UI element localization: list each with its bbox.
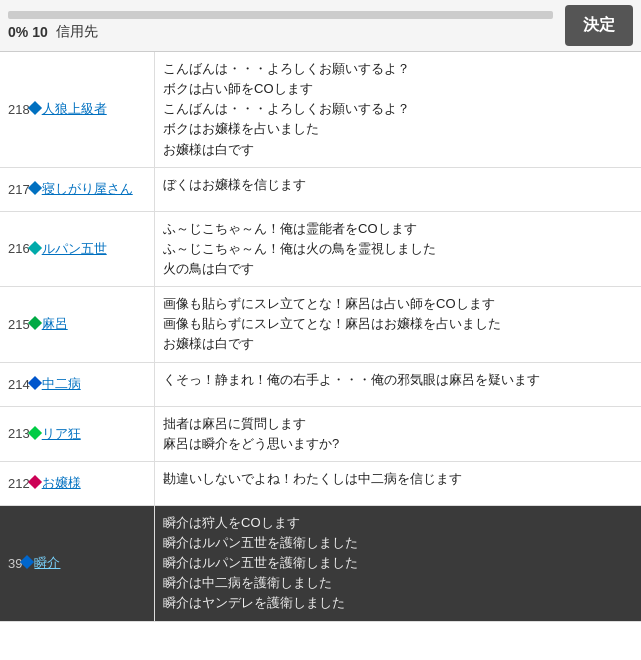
diamond-icon bbox=[28, 475, 42, 489]
name-cell: 39瞬介 bbox=[0, 506, 155, 621]
name-cell: 214中二病 bbox=[0, 363, 155, 406]
row-id: 217 bbox=[8, 182, 30, 197]
diamond-icon bbox=[28, 376, 42, 390]
message-content: くそっ！静まれ！俺の右手よ・・・俺の邪気眼は麻呂を疑います bbox=[155, 363, 641, 406]
player-name-link[interactable]: ルパン五世 bbox=[42, 240, 107, 258]
decide-button[interactable]: 決定 bbox=[565, 5, 633, 46]
player-name-link[interactable]: 人狼上級者 bbox=[42, 100, 107, 118]
player-name-link[interactable]: 寝しがり屋さん bbox=[42, 180, 133, 198]
message-content: 拙者は麻呂に質問します 麻呂は瞬介をどう思いますか? bbox=[155, 407, 641, 461]
table-row: 214中二病くそっ！静まれ！俺の右手よ・・・俺の邪気眼は麻呂を疑います bbox=[0, 363, 641, 407]
rows-container: 218人狼上級者こんばんは・・・よろしくお願いするよ？ ボクは占い師をCOします… bbox=[0, 52, 641, 660]
name-cell: 212お嬢様 bbox=[0, 462, 155, 505]
row-id: 213 bbox=[8, 426, 30, 441]
message-content: ぼくはお嬢様を信じます bbox=[155, 168, 641, 211]
trust-label: 信用先 bbox=[56, 23, 98, 41]
name-cell: 217寝しがり屋さん bbox=[0, 168, 155, 211]
message-content: 画像も貼らずにスレ立てとな！麻呂は占い師をCOします 画像も貼らずにスレ立てとな… bbox=[155, 287, 641, 361]
diamond-icon bbox=[28, 426, 42, 440]
player-name-link[interactable]: 中二病 bbox=[42, 375, 81, 393]
diamond-icon bbox=[28, 241, 42, 255]
name-cell: 213リア狂 bbox=[0, 407, 155, 461]
row-id: 212 bbox=[8, 476, 30, 491]
player-name-link[interactable]: リア狂 bbox=[42, 425, 81, 443]
table-row: 213リア狂拙者は麻呂に質問します 麻呂は瞬介をどう思いますか? bbox=[0, 407, 641, 462]
header-left: 0% 10 信用先 bbox=[8, 11, 553, 41]
diamond-icon bbox=[28, 101, 42, 115]
name-cell: 216ルパン五世 bbox=[0, 212, 155, 286]
diamond-icon bbox=[28, 316, 42, 330]
table-row: 216ルパン五世ふ～じこちゃ～ん！俺は霊能者をCOします ふ～じこちゃ～ん！俺は… bbox=[0, 212, 641, 287]
name-cell: 218人狼上級者 bbox=[0, 52, 155, 167]
row-id: 216 bbox=[8, 241, 30, 256]
message-content: 勘違いしないでよね！わたくしは中二病を信じます bbox=[155, 462, 641, 505]
name-cell: 215麻呂 bbox=[0, 287, 155, 361]
message-content: 瞬介は狩人をCOします 瞬介はルパン五世を護衛しました 瞬介はルパン五世を護衛し… bbox=[155, 506, 641, 621]
table-row: 217寝しがり屋さんぼくはお嬢様を信じます bbox=[0, 168, 641, 212]
player-name-link[interactable]: お嬢様 bbox=[42, 474, 81, 492]
diamond-icon bbox=[20, 555, 34, 569]
progress-bar-outer bbox=[8, 11, 553, 19]
row-id: 214 bbox=[8, 377, 30, 392]
message-content: ふ～じこちゃ～ん！俺は霊能者をCOします ふ～じこちゃ～ん！俺は火の鳥を霊視しま… bbox=[155, 212, 641, 286]
row-id: 218 bbox=[8, 102, 30, 117]
table-row: 212お嬢様勘違いしないでよね！わたくしは中二病を信じます bbox=[0, 462, 641, 506]
diamond-icon bbox=[28, 181, 42, 195]
header: 0% 10 信用先 決定 bbox=[0, 0, 641, 52]
message-content: こんばんは・・・よろしくお願いするよ？ ボクは占い師をCOします こんばんは・・… bbox=[155, 52, 641, 167]
player-name-link[interactable]: 麻呂 bbox=[42, 315, 68, 333]
table-row: 218人狼上級者こんばんは・・・よろしくお願いするよ？ ボクは占い師をCOします… bbox=[0, 52, 641, 168]
progress-label: 0% bbox=[8, 24, 28, 40]
player-name-link[interactable]: 瞬介 bbox=[34, 554, 60, 572]
row-id: 215 bbox=[8, 317, 30, 332]
count-label: 10 bbox=[32, 24, 48, 40]
table-row: 39瞬介瞬介は狩人をCOします 瞬介はルパン五世を護衛しました 瞬介はルパン五世… bbox=[0, 506, 641, 622]
table-row: 215麻呂画像も貼らずにスレ立てとな！麻呂は占い師をCOします 画像も貼らずにス… bbox=[0, 287, 641, 362]
